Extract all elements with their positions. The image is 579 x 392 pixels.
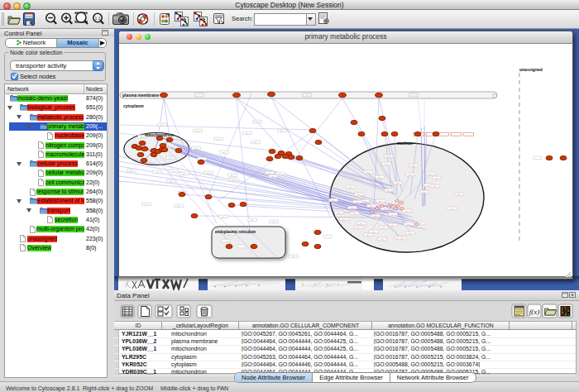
svg-text:[S..]: [S..] [207, 172, 211, 174]
svg-text:plasma membrane: plasma membrane [122, 93, 159, 98]
svg-text:[G..]: [G..] [366, 171, 371, 174]
svg-text:unassigned: unassigned [519, 67, 543, 72]
svg-text:[G..]: [G..] [391, 224, 395, 227]
svg-text:[G..]: [G..] [378, 176, 382, 179]
svg-text:[S..]: [S..] [256, 121, 260, 123]
svg-text:endoplasmic reticulum: endoplasmic reticulum [215, 230, 256, 234]
svg-text:[G..]: [G..] [451, 208, 455, 210]
svg-text:[G..]: [G..] [433, 185, 438, 188]
svg-text:[G..]: [G..] [342, 218, 347, 221]
svg-text:[G..]: [G..] [435, 177, 439, 179]
svg-text:[G..]: [G..] [374, 215, 378, 218]
svg-text:mitochondrion: mitochondrion [145, 132, 174, 137]
svg-text:[G..]: [G..] [400, 237, 404, 240]
svg-text:[G..]: [G..] [387, 189, 391, 192]
svg-text:[S..]: [S..] [194, 147, 199, 150]
svg-text:[G..]: [G..] [357, 227, 361, 229]
svg-text:[G..]: [G..] [363, 200, 367, 203]
svg-text:[G..]: [G..] [384, 208, 388, 210]
svg-text:[G..]: [G..] [349, 186, 353, 189]
svg-text:[G..]: [G..] [337, 212, 342, 214]
svg-text:[G..]: [G..] [366, 234, 371, 237]
svg-text:[S..]: [S..] [156, 171, 160, 174]
svg-text:[G..]: [G..] [427, 184, 431, 187]
svg-text:[S..]: [S..] [145, 203, 149, 206]
svg-text:[G..]: [G..] [357, 194, 361, 196]
svg-text:[S..]: [S..] [246, 132, 250, 135]
svg-text:[S..]: [S..] [223, 151, 227, 154]
svg-text:[G..]: [G..] [409, 174, 413, 176]
svg-text:[G..]: [G..] [391, 213, 395, 216]
svg-text:[S..]: [S..] [254, 141, 258, 144]
svg-text:[G..]: [G..] [412, 165, 416, 167]
svg-text:[G..]: [G..] [370, 205, 374, 208]
svg-text:[..]: [..] [306, 94, 309, 97]
svg-text:[S..]: [S..] [196, 130, 200, 132]
svg-text:[S..]: [S..] [292, 256, 296, 258]
svg-text:[S..]: [S..] [251, 219, 255, 222]
svg-text:[G..]: [G..] [396, 182, 400, 184]
svg-text:[G..]: [G..] [423, 191, 427, 194]
svg-text:[G..]: [G..] [332, 199, 336, 202]
svg-text:[S..]: [S..] [172, 170, 176, 173]
svg-text:[S..]: [S..] [271, 175, 275, 178]
svg-text:[S..]: [S..] [279, 173, 283, 175]
svg-text:[S..]: [S..] [141, 136, 145, 138]
svg-text:[S..]: [S..] [280, 130, 285, 132]
svg-text:[G..]: [G..] [387, 155, 391, 158]
svg-text:[S..]: [S..] [183, 173, 187, 175]
svg-text:[S..]: [S..] [231, 174, 235, 177]
svg-text:[S..]: [S..] [222, 216, 226, 218]
svg-text:[S..]: [S..] [272, 221, 276, 223]
svg-text:[G..]: [G..] [351, 207, 355, 209]
svg-text:[..]: [..] [413, 94, 415, 97]
svg-text:[S..]: [S..] [160, 124, 165, 127]
svg-text:[G..]: [G..] [356, 201, 360, 203]
svg-text:nucleus: nucleus [397, 141, 413, 146]
svg-text:[G..]: [G..] [353, 213, 357, 215]
svg-text:[G..]: [G..] [405, 210, 409, 213]
svg-text:1:1: 1:1 [95, 16, 101, 21]
svg-text:[S..]: [S..] [170, 180, 174, 183]
svg-text:[..]: [..] [199, 94, 201, 97]
svg-text:[S..]: [S..] [177, 205, 181, 208]
svg-text:[G..]: [G..] [407, 223, 411, 226]
svg-text:[S..]: [S..] [130, 170, 134, 172]
svg-text:[G..]: [G..] [409, 232, 413, 235]
svg-text:[S..]: [S..] [268, 172, 272, 174]
svg-text:[G..]: [G..] [457, 194, 462, 196]
svg-text:cytoplasm: cytoplasm [123, 103, 144, 108]
svg-text:[S..]: [S..] [217, 138, 221, 141]
svg-text:[G..]: [G..] [385, 163, 389, 165]
svg-text:[G..]: [G..] [419, 222, 423, 225]
svg-text:[G..]: [G..] [379, 200, 383, 203]
svg-text:[G..]: [G..] [360, 222, 364, 225]
svg-text:[G..]: [G..] [429, 173, 433, 175]
svg-text:f(x): f(x) [529, 308, 540, 316]
svg-text:[S..]: [S..] [169, 157, 173, 160]
svg-text:[S..]: [S..] [228, 233, 232, 236]
svg-text:[S..]: [S..] [232, 179, 237, 181]
svg-text:[G..]: [G..] [382, 227, 386, 229]
svg-text:[G..]: [G..] [380, 238, 385, 241]
svg-text:[G..]: [G..] [372, 231, 376, 233]
